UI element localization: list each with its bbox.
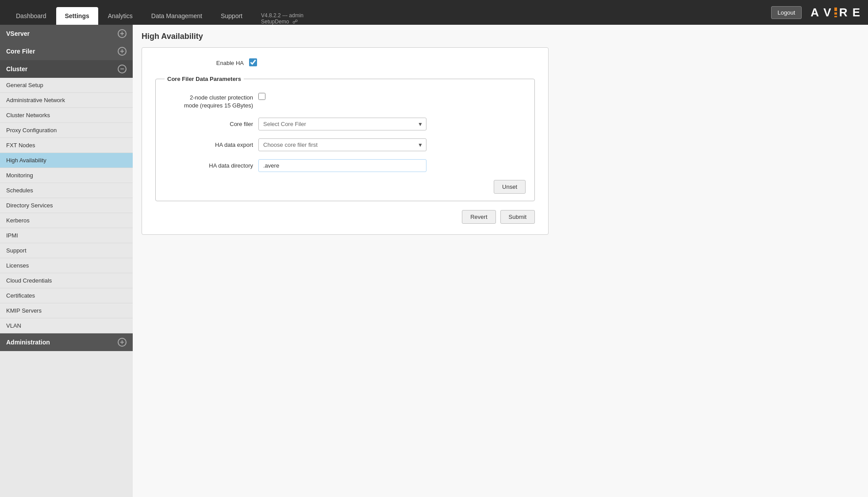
ha-data-directory-control [258, 159, 526, 172]
form-action-buttons: Revert Submit [155, 210, 535, 224]
top-bar-right: Logout A V R E [771, 6, 861, 19]
sidebar-item-cluster-networks[interactable]: Cluster Networks [0, 108, 133, 123]
sidebar-item-kerberos[interactable]: Kerberos [0, 213, 133, 228]
sidebar-item-schedules[interactable]: Schedules [0, 183, 133, 198]
two-node-row: 2-node cluster protectionmode (requires … [165, 93, 526, 110]
ha-data-directory-label: HA data directory [165, 162, 253, 169]
logo-bars-icon [834, 8, 837, 17]
enable-ha-control [249, 58, 535, 68]
sidebar-item-certificates[interactable]: Certificates [0, 288, 133, 303]
top-bar: Dashboard Settings Analytics Data Manage… [0, 0, 868, 25]
sidebar-item-general-setup[interactable]: General Setup [0, 78, 133, 93]
sidebar-item-high-availability[interactable]: High Availability [0, 153, 133, 168]
ha-data-directory-row: HA data directory [165, 159, 526, 172]
sidebar-item-administrative-network[interactable]: Administrative Network [0, 93, 133, 108]
unset-row: Unset [165, 180, 526, 194]
sidebar-section-vserver[interactable]: VServer + [0, 25, 133, 42]
sidebar-item-licenses[interactable]: Licenses [0, 258, 133, 273]
version-info: V4.8.2.2 --- admin SetupDemo ☍ [261, 12, 303, 25]
sidebar-item-directory-services[interactable]: Directory Services [0, 198, 133, 213]
ha-data-export-label: HA data export [165, 141, 253, 148]
page-title: High Availability [142, 32, 859, 41]
sidebar-item-ipmi[interactable]: IPMI [0, 228, 133, 243]
two-node-label: 2-node cluster protectionmode (requires … [165, 93, 253, 110]
sidebar-item-kmip-servers[interactable]: KMIP Servers [0, 303, 133, 318]
core-filer-label: Core filer [165, 121, 253, 127]
tab-support[interactable]: Support [212, 7, 251, 25]
core-filer-data-parameters-fieldset: Core Filer Data Parameters 2-node cluste… [155, 76, 535, 201]
core-filer-row: Core filer Select Core Filer ▼ [165, 118, 526, 130]
unset-button[interactable]: Unset [494, 180, 526, 194]
ha-data-export-row: HA data export Choose core filer first ▼ [165, 138, 526, 151]
core-filer-select[interactable]: Select Core Filer [258, 118, 426, 130]
tab-analytics[interactable]: Analytics [99, 7, 142, 25]
ha-data-export-control: Choose core filer first ▼ [258, 138, 526, 151]
nav-tabs: Dashboard Settings Analytics Data Manage… [7, 0, 303, 25]
tab-settings[interactable]: Settings [56, 7, 98, 25]
sidebar-section-core-filer[interactable]: Core Filer + [0, 42, 133, 60]
fieldset-legend: Core Filer Data Parameters [165, 76, 244, 82]
administration-expand-icon[interactable]: + [118, 338, 127, 347]
ha-data-export-select[interactable]: Choose core filer first [258, 138, 426, 151]
logo: A V R E [810, 6, 861, 19]
submit-button[interactable]: Submit [500, 210, 535, 224]
sidebar-item-vlan[interactable]: VLAN [0, 318, 133, 333]
sidebar-item-proxy-configuration[interactable]: Proxy Configuration [0, 123, 133, 138]
sidebar-item-support[interactable]: Support [0, 243, 133, 258]
sidebar-item-cloud-credentials[interactable]: Cloud Credentials [0, 273, 133, 288]
sidebar: VServer + Core Filer + Cluster − General… [0, 25, 133, 497]
sidebar-section-cluster[interactable]: Cluster − [0, 60, 133, 78]
core-filer-control: Select Core Filer ▼ [258, 118, 526, 130]
sidebar-item-monitoring[interactable]: Monitoring [0, 168, 133, 183]
content-area: High Availability Enable HA Core Filer D… [133, 25, 868, 497]
logout-button[interactable]: Logout [771, 6, 802, 19]
tab-data-management[interactable]: Data Management [142, 7, 211, 25]
enable-ha-row: Enable HA [155, 58, 535, 68]
main-layout: VServer + Core Filer + Cluster − General… [0, 25, 868, 497]
two-node-control [258, 93, 526, 101]
high-availability-form: Enable HA Core Filer Data Parameters 2-n… [142, 47, 549, 235]
ha-data-directory-input[interactable] [258, 159, 426, 172]
sidebar-section-administration[interactable]: Administration + [0, 333, 133, 351]
sidebar-item-fxt-nodes[interactable]: FXT Nodes [0, 138, 133, 153]
two-node-checkbox[interactable] [258, 93, 265, 100]
enable-ha-checkbox[interactable] [249, 58, 257, 66]
cluster-expand-icon[interactable]: − [118, 65, 127, 73]
enable-ha-label: Enable HA [155, 60, 244, 66]
core-filer-expand-icon[interactable]: + [118, 47, 127, 56]
vserver-expand-icon[interactable]: + [118, 29, 127, 38]
revert-button[interactable]: Revert [462, 210, 495, 224]
tab-dashboard[interactable]: Dashboard [7, 7, 55, 25]
